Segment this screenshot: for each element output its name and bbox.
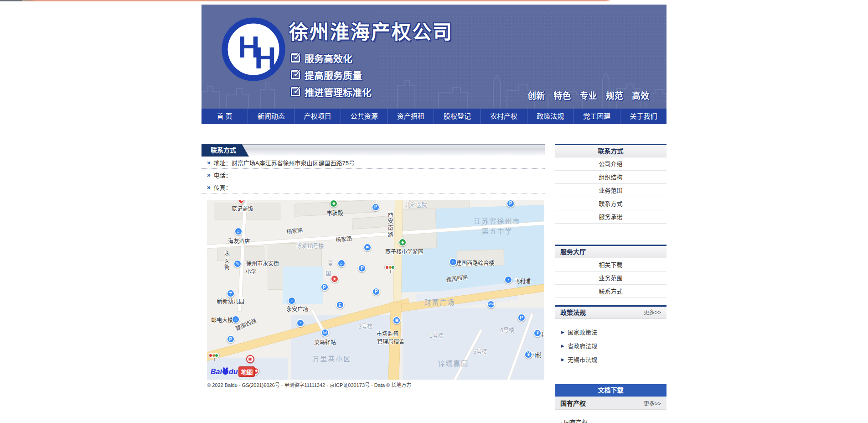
- company-location-marker-icon[interactable]: ★: [331, 275, 339, 283]
- map-building-block: [214, 204, 281, 219]
- tax-office-icon[interactable]: ¥: [524, 350, 532, 359]
- map-label: 杨家路: [286, 225, 303, 235]
- parking-icon[interactable]: P: [227, 335, 235, 343]
- download-item[interactable]: · 国有产权...: [555, 410, 666, 423]
- parking-icon[interactable]: P: [358, 264, 366, 272]
- baidu-map[interactable]: 庞记盖饭韦驮殿杨家路杨家路海友酒店博爱18号楼永安街徐州市永安街小学儿科医院西安…: [207, 200, 544, 380]
- kindergarten-icon[interactable]: ☂: [227, 289, 235, 298]
- sidebar-item[interactable]: 服务承诺: [555, 210, 666, 224]
- sidebar-link[interactable]: ▶省政府法规: [561, 341, 660, 350]
- poi-icon[interactable]: ◔: [296, 319, 305, 327]
- arrow-right-icon: ▶: [561, 344, 564, 348]
- sidebar-block-title: 政策法规更多>>: [555, 307, 666, 319]
- charging-station-icon[interactable]: E: [336, 301, 344, 309]
- traffic-light-icon[interactable]: [208, 353, 220, 358]
- contact-rows: »地址：财富广场A座江苏省徐州市泉山区建国西路75号»电话：»传真：: [202, 157, 545, 193]
- more-link[interactable]: 更多>>: [644, 399, 661, 407]
- section-title-bar: 联系方式: [202, 144, 545, 156]
- sidebar-item[interactable]: 联系方式: [555, 197, 666, 210]
- nav-item[interactable]: 首 页: [202, 109, 248, 124]
- sidebar-item[interactable]: 联系方式: [555, 285, 666, 298]
- contact-label: 传真：: [214, 183, 232, 192]
- baidu-logo-text: Bai: [211, 368, 222, 376]
- nav-item[interactable]: 党工团建: [574, 109, 620, 124]
- baidu-paw-icon: [222, 369, 228, 375]
- more-link[interactable]: 更多>>: [644, 307, 661, 319]
- primary-school-icon[interactable]: ✎: [233, 260, 242, 268]
- company-name-title: 徐州淮海产权公司: [289, 16, 453, 44]
- header-tagline: 创新 特色 专业 规范 高效: [527, 89, 649, 101]
- download-header: 文档下载: [555, 384, 666, 397]
- building-icon[interactable]: ⌂: [337, 259, 346, 267]
- poi-icon[interactable]: ⚑: [363, 243, 372, 251]
- nav-item[interactable]: 资产招租: [388, 109, 434, 124]
- nav-item[interactable]: 公共资源: [341, 109, 388, 124]
- nav-item[interactable]: 农村产权: [481, 109, 527, 124]
- sidebar-item[interactable]: 业务范围: [555, 272, 666, 285]
- arrow-right-icon: ▶: [561, 357, 564, 362]
- contact-row: »电话：: [202, 169, 545, 181]
- cainiao-station-icon[interactable]: ✉: [321, 329, 329, 337]
- sidebar-block-links: 政策法规更多>>▶国家政策法▶省政府法规▶无锡市法规: [555, 305, 666, 377]
- parking-icon[interactable]: P: [372, 203, 380, 211]
- baidu-logo-text: du: [229, 368, 238, 376]
- traffic-dot: [386, 266, 388, 269]
- hotel-icon[interactable]: ⌂: [234, 227, 243, 235]
- slogan-row: 服务高效化: [291, 49, 372, 66]
- site-header: H H 徐州淮海产权公司 服务高效化提高服务质量推进管理标准化 创新 特色 专业…: [202, 5, 666, 109]
- atm-icon[interactable]: ATM: [487, 300, 495, 308]
- nav-item[interactable]: 产权项目: [294, 109, 341, 124]
- browser-top-line: [0, 0, 868, 1]
- sidebar-block-title-text: 政策法规: [560, 307, 586, 319]
- sidebar-link[interactable]: ▶国家政策法: [561, 328, 660, 336]
- parking-icon[interactable]: P: [517, 313, 526, 322]
- sidebar-link[interactable]: ▶无锡市法规: [561, 355, 660, 364]
- slogan-row: 推进管理标准化: [291, 83, 372, 100]
- office-building-icon[interactable]: ⌂: [449, 258, 457, 266]
- philips-store-icon[interactable]: ◔: [504, 276, 512, 284]
- contact-value: 财富广场A座江苏省徐州市泉山区建国西路75号: [232, 158, 355, 167]
- contact-label: 电话：: [214, 171, 232, 179]
- traffic-light-icon[interactable]: [384, 265, 396, 270]
- download-category-title: 国有产权: [560, 398, 586, 407]
- traffic-dot: [215, 354, 218, 357]
- checkbox-icon: [291, 70, 300, 79]
- baidu-maps-logo[interactable]: Bai du 地图: [211, 366, 255, 377]
- sidebar-item[interactable]: 业务范围: [555, 184, 666, 197]
- post-telecom-building-icon[interactable]: ⌂: [232, 315, 240, 324]
- chevron-double-icon: »: [207, 159, 210, 166]
- map-building-block: [402, 208, 437, 249]
- checkbox-icon: [291, 53, 300, 63]
- main-area: 联系方式 »地址：财富广场A座江苏省徐州市泉山区建国西路75号»电话：»传真：: [202, 144, 666, 423]
- bus-stop-icon[interactable]: ▣: [393, 316, 401, 324]
- sidebar-block-title: 联系方式: [555, 145, 666, 157]
- traffic-dot: [389, 266, 392, 269]
- plaza-building-icon[interactable]: ⌂: [288, 297, 296, 305]
- svg-text:H: H: [254, 41, 276, 75]
- nav-item[interactable]: 政策法规: [527, 109, 574, 124]
- sidebar-block-download: 文档下载国有产权更多>>· 国有产权...: [555, 384, 666, 423]
- nav-item[interactable]: 新闻动态: [248, 109, 294, 124]
- map-label: 国: [326, 269, 331, 277]
- section-title: 联系方式: [202, 144, 249, 157]
- map-label: 邮电大楼: [211, 316, 233, 324]
- arrow-right-icon: ▶: [561, 330, 564, 334]
- metro-station-icon[interactable]: ◉: [246, 355, 254, 363]
- sidebar-block-menu: 服务大厅相关下载业务范围联系方式: [555, 245, 666, 298]
- map-building-block: [456, 250, 504, 267]
- parking-icon[interactable]: P: [320, 283, 329, 291]
- park-icon[interactable]: ♣: [398, 238, 407, 246]
- bank-icon[interactable]: ¥: [533, 329, 542, 337]
- sidebar-item[interactable]: 公司介绍: [555, 157, 666, 171]
- parking-icon[interactable]: P: [372, 287, 380, 296]
- download-category-row: 国有产权更多>>: [555, 397, 666, 410]
- sidebar-block-menu: 联系方式公司介绍组织结构业务范围联系方式服务承诺: [555, 144, 666, 237]
- chevron-double-icon: »: [207, 171, 210, 178]
- sidebar-link-text: 国家政策法: [568, 328, 597, 336]
- nav-item[interactable]: 关于我们: [620, 109, 666, 124]
- slogan-row: 提高服务质量: [291, 66, 372, 83]
- sidebar-item[interactable]: 组织结构: [555, 171, 666, 184]
- sidebar-item[interactable]: 相关下载: [555, 258, 666, 272]
- nav-item[interactable]: 股权登记: [434, 109, 480, 124]
- slogan-text: 推进管理标准化: [305, 85, 372, 99]
